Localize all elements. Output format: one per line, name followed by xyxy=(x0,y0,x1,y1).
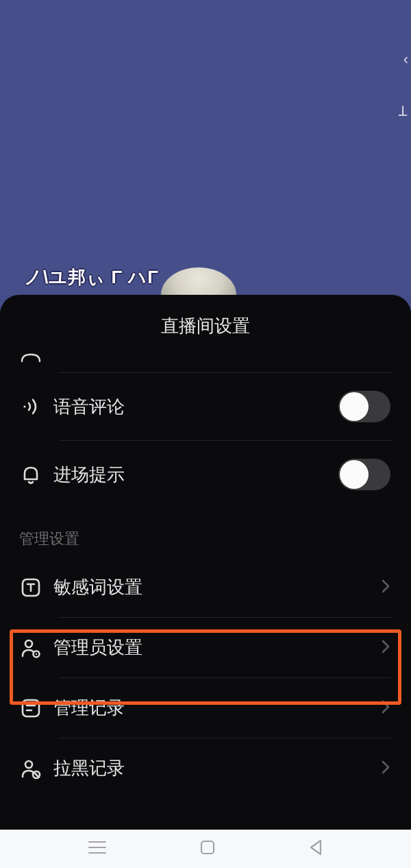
nav-recents-icon[interactable] xyxy=(88,840,107,858)
svg-point-4 xyxy=(36,653,37,654)
svg-point-2 xyxy=(25,640,32,647)
row-block-log[interactable]: 拉黑记录 xyxy=(0,738,411,798)
chevron-right-icon xyxy=(381,759,390,778)
svg-rect-8 xyxy=(201,841,214,854)
voice-icon xyxy=(19,395,53,418)
manage-log-label: 管理记录 xyxy=(53,696,381,720)
settings-sheet: 直播间设置 语音评论 进场提示 xyxy=(0,295,411,830)
clipped-icon xyxy=(19,352,53,364)
sensitive-words-label: 敏感词设置 xyxy=(53,575,381,599)
text-box-icon xyxy=(19,576,53,599)
backdrop-edge-text-1: ‹ xyxy=(403,51,408,69)
entry-notice-toggle[interactable] xyxy=(338,459,390,490)
backdrop-avatar xyxy=(161,267,236,295)
row-sensitive-words[interactable]: 敏感词设置 xyxy=(0,557,411,617)
svg-point-6 xyxy=(25,761,32,768)
user-gear-icon xyxy=(19,636,53,660)
voice-comment-label: 语音评论 xyxy=(53,395,338,419)
svg-rect-5 xyxy=(23,700,39,716)
row-admin-settings[interactable]: 管理员设置 xyxy=(0,618,411,677)
chevron-right-icon xyxy=(381,699,390,718)
bell-icon xyxy=(19,463,53,486)
chevron-right-icon xyxy=(381,638,390,658)
backdrop-text: ノ\ユ邦ぃ Γ ハΓ xyxy=(24,265,159,289)
toggle-knob xyxy=(340,392,369,421)
svg-point-0 xyxy=(23,405,25,407)
backdrop-area: ノ\ユ邦ぃ Γ ハΓ ‹ ꓕ xyxy=(0,0,411,295)
backdrop-edge-text-2: ꓕ xyxy=(399,103,407,119)
row-entry-notice[interactable]: 进场提示 xyxy=(0,441,411,508)
admin-settings-label: 管理员设置 xyxy=(53,636,381,660)
row-manage-log[interactable]: 管理记录 xyxy=(0,678,411,738)
voice-comment-toggle[interactable] xyxy=(338,391,390,422)
toggle-knob xyxy=(340,460,369,489)
nav-home-icon[interactable] xyxy=(199,839,216,858)
sheet-title: 直播间设置 xyxy=(0,295,411,352)
section-management: 管理设置 xyxy=(0,508,411,557)
chevron-right-icon xyxy=(381,578,390,597)
row-voice-comment[interactable]: 语音评论 xyxy=(0,373,411,440)
clipped-row xyxy=(0,352,411,372)
entry-notice-label: 进场提示 xyxy=(53,463,338,487)
system-navbar xyxy=(0,830,411,868)
nav-back-icon[interactable] xyxy=(308,839,323,859)
user-block-icon xyxy=(19,757,53,780)
block-log-label: 拉黑记录 xyxy=(53,756,381,780)
list-box-icon xyxy=(19,697,53,720)
